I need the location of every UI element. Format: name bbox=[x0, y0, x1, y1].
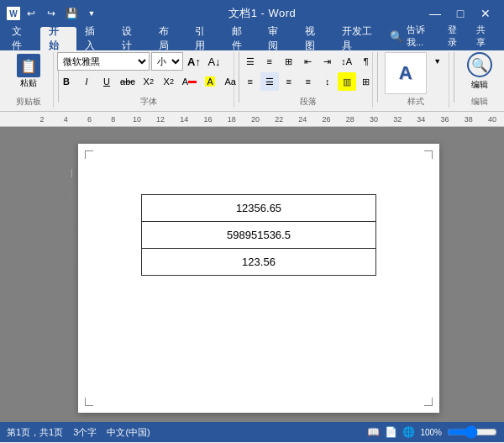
ruler-mark: 14 bbox=[172, 115, 196, 124]
justify-button[interactable]: ≡ bbox=[299, 72, 318, 91]
divider-3 bbox=[377, 52, 378, 103]
ruler-mark: 38 bbox=[457, 115, 480, 124]
ruler-mark: 18 bbox=[220, 115, 244, 124]
ruler-mark: 8 bbox=[102, 115, 125, 124]
save-button[interactable]: 💾 bbox=[62, 4, 81, 23]
highlight-button[interactable]: A bbox=[201, 72, 219, 91]
corner-bl bbox=[85, 398, 93, 406]
shading-button[interactable]: ▥ bbox=[338, 72, 356, 91]
style-preview[interactable]: A bbox=[385, 52, 427, 94]
tab-mailings[interactable]: 邮件 bbox=[223, 27, 260, 50]
web-layout-button[interactable]: 🌐 bbox=[402, 426, 415, 438]
window-title: 文档1 - Word bbox=[228, 6, 297, 21]
undo-button[interactable]: ↩ bbox=[22, 4, 40, 23]
search-icon: 🔍 bbox=[390, 30, 403, 43]
para-row2: ≡ ☰ ≡ ≡ ↕ ▥ ⊞ bbox=[241, 72, 375, 91]
close-button[interactable]: ✕ bbox=[474, 4, 497, 23]
table-cell-3: 123.56 bbox=[142, 249, 376, 276]
show-marks-button[interactable]: ¶ bbox=[357, 52, 375, 71]
data-table: 12356.65 598951536.5 123.56 bbox=[141, 194, 376, 276]
font-label: 字体 bbox=[140, 96, 157, 108]
window-controls: — □ ✕ bbox=[423, 4, 497, 23]
border-button[interactable]: ⊞ bbox=[357, 72, 375, 91]
decrease-indent-button[interactable]: ⇤ bbox=[299, 52, 318, 71]
bullets-button[interactable]: ☰ bbox=[241, 52, 260, 71]
table-cell-1: 12356.65 bbox=[142, 195, 376, 222]
language-info: 中文(中国) bbox=[107, 426, 150, 439]
tab-review[interactable]: 审阅 bbox=[260, 27, 297, 50]
underline-button[interactable]: U bbox=[97, 72, 116, 91]
tab-insert[interactable]: 插入 bbox=[76, 27, 113, 50]
clear-format-button[interactable]: Aa bbox=[221, 72, 239, 91]
divider-4 bbox=[454, 52, 454, 103]
search-tell-me[interactable]: 告诉我... bbox=[407, 24, 441, 49]
ruler-mark: 30 bbox=[362, 115, 386, 124]
subscript-button[interactable]: X2 bbox=[139, 72, 158, 91]
minimize-button[interactable]: — bbox=[423, 4, 447, 23]
clipboard-label: 剪贴板 bbox=[16, 96, 41, 108]
tab-home[interactable]: 开始 bbox=[40, 27, 77, 50]
find-button[interactable]: 🔍 编辑 bbox=[467, 52, 492, 91]
ruler-mark: 28 bbox=[339, 115, 362, 124]
tab-layout[interactable]: 布局 bbox=[150, 27, 187, 50]
numbering-button[interactable]: ≡ bbox=[260, 52, 279, 71]
font-name-select[interactable]: 微软雅黑 bbox=[57, 52, 150, 71]
ruler-mark: 36 bbox=[433, 115, 456, 124]
ruler-mark: 22 bbox=[267, 115, 291, 124]
zoom-slider[interactable] bbox=[447, 425, 497, 439]
font-grow-button[interactable]: A↑ bbox=[185, 52, 203, 71]
corner-tl bbox=[85, 150, 93, 159]
align-right-button[interactable]: ≡ bbox=[280, 72, 298, 91]
quick-access-dropdown[interactable]: ▼ bbox=[82, 4, 101, 23]
tab-developer[interactable]: 开发工具 bbox=[333, 27, 390, 50]
sort-button[interactable]: ↕A bbox=[338, 52, 356, 71]
para-content: ☰ ≡ ⊞ ⇤ ⇥ ↕A ¶ ≡ ☰ ≡ ≡ ↕ ▥ ⊞ bbox=[241, 52, 375, 94]
share-button[interactable]: 共享 bbox=[473, 22, 497, 50]
clipboard-content: 📋 粘贴 bbox=[13, 52, 44, 94]
ruler: 2 4 6 8 10 12 14 16 18 20 22 24 26 28 30… bbox=[0, 112, 504, 127]
paste-button[interactable]: 📋 粘贴 bbox=[13, 52, 44, 91]
corner-tr bbox=[424, 150, 433, 159]
increase-indent-button[interactable]: ⇥ bbox=[318, 52, 337, 71]
italic-button[interactable]: I bbox=[77, 72, 96, 91]
ruler-mark: 4 bbox=[54, 115, 77, 124]
redo-button[interactable]: ↪ bbox=[42, 4, 60, 23]
table-row: 598951536.5 bbox=[142, 222, 376, 249]
table-row: 123.56 bbox=[142, 249, 376, 276]
ruler-mark: 16 bbox=[196, 115, 219, 124]
font-content: 微软雅黑 小四 A↑ A↓ B I U abc X2 X2 A A Aa bbox=[57, 52, 239, 94]
ruler-mark: 20 bbox=[244, 115, 267, 124]
tab-references[interactable]: 引用 bbox=[186, 27, 223, 50]
align-center-button[interactable]: ☰ bbox=[260, 72, 279, 91]
print-layout-button[interactable]: 📄 bbox=[385, 426, 397, 438]
ruler-mark: 40 bbox=[480, 115, 504, 124]
font-shrink-button[interactable]: A↓ bbox=[205, 52, 223, 71]
read-mode-button[interactable]: 📖 bbox=[367, 426, 380, 438]
font-row2: B I U abc X2 X2 A A Aa bbox=[57, 72, 239, 91]
status-right: 📖 📄 🌐 100% bbox=[367, 425, 497, 439]
document-page[interactable]: 12356.65 598951536.5 123.56 系统天堂 xp.cn bbox=[78, 144, 439, 413]
table-row: 12356.65 bbox=[142, 195, 376, 222]
font-size-select[interactable]: 小四 bbox=[151, 52, 183, 71]
status-bar: 第1页，共1页 3个字 中文(中国) 📖 📄 🌐 100% bbox=[0, 422, 504, 442]
style-A-icon: A bbox=[399, 62, 412, 84]
strikethrough-button[interactable]: abc bbox=[118, 72, 138, 91]
document-area[interactable]: | | | 1 | | 2 12356.65 bbox=[0, 127, 504, 422]
ruler-mark: 32 bbox=[386, 115, 409, 124]
watermark: 系统天堂 xp.cn bbox=[371, 393, 433, 406]
ruler-mark: 2 bbox=[30, 115, 54, 124]
line-spacing-button[interactable]: ↕ bbox=[318, 72, 337, 91]
ruler-mark: 12 bbox=[149, 115, 172, 124]
tab-file[interactable]: 文件 bbox=[3, 27, 40, 50]
superscript-button[interactable]: X2 bbox=[160, 72, 178, 91]
align-left-button[interactable]: ≡ bbox=[241, 72, 260, 91]
ruler-mark: 26 bbox=[314, 115, 338, 124]
multilevel-button[interactable]: ⊞ bbox=[280, 52, 298, 71]
tab-design[interactable]: 设计 bbox=[113, 27, 150, 50]
tab-view[interactable]: 视图 bbox=[297, 27, 333, 50]
login-button[interactable]: 登录 bbox=[444, 22, 469, 50]
bold-button[interactable]: B bbox=[57, 72, 76, 91]
styles-dropdown[interactable]: ▼ bbox=[428, 52, 447, 71]
maximize-button[interactable]: □ bbox=[449, 4, 472, 23]
font-color-button[interactable]: A bbox=[180, 72, 199, 91]
